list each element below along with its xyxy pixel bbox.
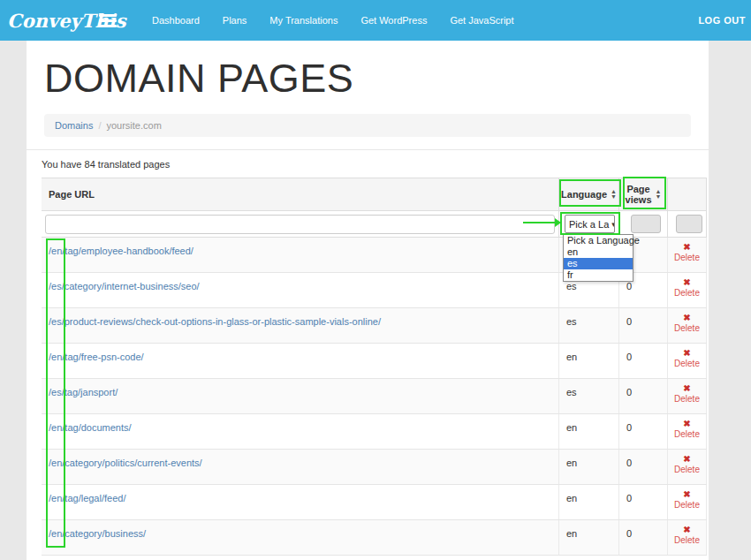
page-url-link[interactable]: /en/tag/employee-handbook/feed/ [49,246,193,256]
topnav: Dashboard Plans My Translations Get Word… [152,15,514,26]
views-cell: 0 [618,344,667,378]
views-cell: 0 [618,414,667,449]
dropdown-option-highlighted[interactable]: es [564,258,633,269]
column-header-language[interactable]: Language ▲▼ [558,178,618,210]
language-cell: en [558,520,618,555]
delete-action[interactable]: ✖ Delete [667,450,707,484]
table-row: /en/category/politics/current-events/ en… [42,450,707,485]
delete-x-icon[interactable]: ✖ [683,454,690,465]
table-row: /en/tag/legal/feed/ en 0 ✖ Delete [42,485,707,520]
delete-label[interactable]: Delete [674,535,700,546]
delete-x-icon[interactable]: ✖ [683,313,690,323]
nav-item-get-javascript[interactable]: Get JavaScript [450,15,513,26]
delete-label[interactable]: Delete [674,359,700,369]
table-row: /es/tag/jansport/ es 0 ✖ Delete [42,379,707,414]
delete-action[interactable]: ✖ Delete [667,520,707,555]
language-dropdown: Pick a Language en es fr [563,234,633,282]
url-filter-input[interactable] [45,215,555,234]
delete-action[interactable]: ✖ Delete [667,414,707,449]
nav-item-dashboard[interactable]: Dashboard [152,15,200,26]
page-url-link[interactable]: /es/product-reviews/check-out-options-in… [49,316,381,327]
language-filter-select[interactable]: Pick a La ▾ [565,215,615,233]
language-cell: en [558,414,618,449]
delete-action[interactable]: ✖ Delete [667,485,707,519]
delete-x-icon[interactable]: ✖ [683,489,690,500]
dropdown-option[interactable]: en [564,246,633,258]
page-url-link[interactable]: /es/category/internet-business/seo/ [49,281,200,291]
delete-action[interactable]: ✖ Delete [667,238,707,272]
language-cell: en [558,344,618,378]
delete-label[interactable]: Delete [674,500,700,511]
delete-x-icon[interactable]: ✖ [683,277,690,288]
breadcrumb-link-domains[interactable]: Domains [55,120,93,131]
action-filter-box [676,215,702,233]
logout-button[interactable]: LOG OUT [698,15,746,26]
delete-label[interactable]: Delete [674,394,700,405]
page-title: DOMAIN PAGES [44,58,709,98]
table-row: /en/category/business/ en 0 ✖ Delete [42,520,707,556]
column-header-views[interactable]: Page views ▲▼ [618,178,667,210]
delete-label[interactable]: Delete [674,429,700,440]
delete-x-icon[interactable]: ✖ [683,419,690,429]
nav-item-get-wordpress[interactable]: Get WordPress [360,15,427,26]
nav-item-plans[interactable]: Plans [223,15,247,26]
delete-label[interactable]: Delete [674,288,700,299]
page-url-link[interactable]: /en/tag/documents/ [49,422,132,433]
views-cell: 0 [618,450,667,484]
summary-text: You have 84 translated pages [27,149,709,178]
nav-item-my-translations[interactable]: My Translations [269,15,338,26]
views-cell: 0 [618,485,667,519]
table-header-row: Page URL Language ▲▼ Page views ▲▼ [42,178,707,211]
delete-x-icon[interactable]: ✖ [683,383,690,394]
table-body: /en/tag/employee-handbook/feed/ ✖ Delete… [42,238,707,556]
delete-action[interactable]: ✖ Delete [667,344,707,378]
sort-icon: ▲▼ [611,189,617,200]
sort-icon: ▲▼ [656,189,662,200]
page: ConveyThis Dashboard Plans My Translatio… [0,0,751,560]
views-filter-input[interactable] [631,215,661,233]
delete-action[interactable]: ✖ Delete [667,308,707,343]
column-header-url[interactable]: Page URL [42,178,558,210]
delete-label[interactable]: Delete [674,465,700,475]
logo[interactable]: ConveyThis [7,10,92,32]
views-cell: 0 [618,308,667,343]
page-url-link[interactable]: /en/category/business/ [49,528,146,539]
page-url-link[interactable]: /en/tag/free-psn-code/ [49,352,144,362]
table-row: /en/tag/free-psn-code/ en 0 ✖ Delete [42,344,707,379]
page-url-link[interactable]: /en/tag/legal/feed/ [49,493,125,503]
delete-x-icon[interactable]: ✖ [683,525,690,535]
topbar: ConveyThis Dashboard Plans My Translatio… [0,0,751,41]
table-row: /es/product-reviews/check-out-options-in… [42,308,707,344]
language-cell: es [558,308,618,343]
delete-label[interactable]: Delete [674,323,700,334]
views-cell: 0 [618,379,667,413]
language-cell: en [558,485,618,519]
breadcrumb-current: yoursite.com [106,120,161,131]
page-url-link[interactable]: /en/category/politics/current-events/ [49,458,202,468]
page-url-link[interactable]: /es/tag/jansport/ [49,387,118,397]
views-cell: 0 [618,520,667,555]
hamburger-menu-icon[interactable] [99,14,120,27]
breadcrumb-separator: / [98,120,101,131]
table-row: /en/tag/documents/ en 0 ✖ Delete [42,414,707,450]
delete-action[interactable]: ✖ Delete [667,273,707,307]
dropdown-option[interactable]: Pick a Language [564,235,633,246]
delete-label[interactable]: Delete [674,253,700,263]
column-header-actions [667,178,707,210]
chevron-down-icon: ▾ [611,220,615,229]
delete-x-icon[interactable]: ✖ [683,348,690,359]
breadcrumb: Domains/yoursite.com [44,114,691,137]
language-cell: en [558,450,618,484]
content-panel: DOMAIN PAGES Domains/yoursite.com You ha… [27,41,709,560]
language-cell: es [558,379,618,413]
delete-action[interactable]: ✖ Delete [667,379,707,413]
delete-x-icon[interactable]: ✖ [683,242,690,253]
dropdown-option[interactable]: fr [564,269,633,281]
